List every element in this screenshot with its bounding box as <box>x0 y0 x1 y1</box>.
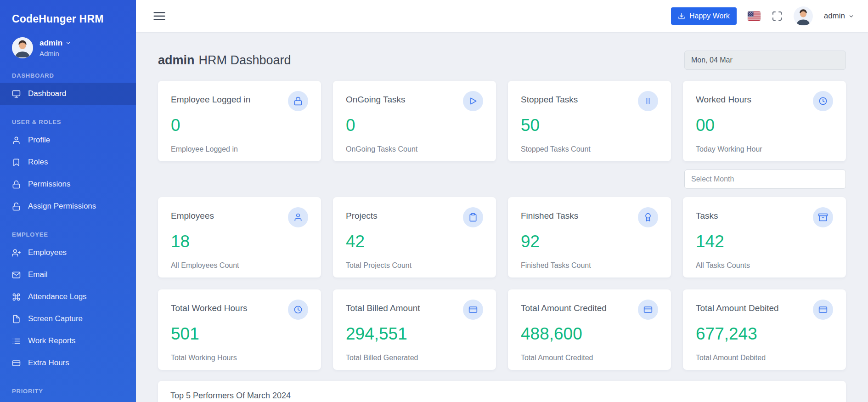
happy-work-button[interactable]: Happy Work <box>671 7 737 25</box>
stat-card-stopped-tasks: Stopped Tasks 50 Stopped Tasks Count <box>508 81 671 161</box>
card-title: Stopped Tasks <box>521 93 578 105</box>
dashboard-content: adminHRM Dashboard Employee Logged in 0 … <box>136 32 868 402</box>
card-subtitle: OnGoing Tasks Count <box>346 145 483 153</box>
card-subtitle: All Employees Count <box>171 261 308 270</box>
download-icon <box>678 12 685 20</box>
sidebar: CodeHunger HRM admin Admin DASHBOARD Das… <box>0 0 136 402</box>
fullscreen-button[interactable] <box>772 11 783 22</box>
card-title: Total Amount Credited <box>521 301 607 313</box>
sidebar-item-permissions[interactable]: Permissions <box>0 173 136 195</box>
credit-card-icon <box>12 359 21 368</box>
date-field[interactable] <box>684 51 846 70</box>
stat-card-ongoing-tasks: OnGoing Tasks 0 OnGoing Tasks Count <box>333 81 496 161</box>
clock-icon <box>288 300 308 320</box>
topbar: Happy Work admin <box>136 0 868 32</box>
command-icon <box>12 293 21 301</box>
maximize-icon <box>772 11 783 22</box>
lock-icon <box>12 180 21 189</box>
sidebar-user-menu[interactable]: admin <box>39 39 71 48</box>
sidebar-item-dashboard[interactable]: Dashboard <box>0 83 136 105</box>
language-flag-us-icon[interactable] <box>748 11 761 21</box>
card-subtitle: Total Projects Count <box>346 261 483 270</box>
award-icon <box>638 207 658 227</box>
top-performers-panel: Top 5 Performers Of March 2024 <box>158 381 846 402</box>
lock-icon <box>288 91 308 111</box>
sidebar-user-role: Admin <box>39 50 71 57</box>
card-title: OnGoing Tasks <box>346 93 406 105</box>
card-subtitle: Employee Logged in <box>171 145 308 153</box>
select-month-input[interactable] <box>684 170 846 189</box>
card-value: 00 <box>696 116 833 135</box>
stat-card-employees: Employees 18 All Employees Count <box>158 197 321 277</box>
card-subtitle: Stopped Tasks Count <box>521 145 658 153</box>
card-title: Employee Logged in <box>171 93 250 105</box>
card-value: 488,600 <box>521 324 658 344</box>
card-subtitle: Total Amount Credited <box>521 354 658 362</box>
card-value: 42 <box>346 232 483 251</box>
card-value: 50 <box>521 116 658 135</box>
avatar[interactable] <box>12 37 33 58</box>
brand-logo[interactable]: CodeHunger HRM <box>0 0 136 25</box>
card-title: Tasks <box>696 209 718 221</box>
app-root: CodeHunger HRM admin Admin DASHBOARD Das… <box>0 0 868 402</box>
stat-card-total-worked-hours: Total Worked Hours 501 Total Working Hou… <box>158 289 321 370</box>
menu-toggle-button[interactable] <box>152 9 166 23</box>
card-title: Total Billed Amount <box>346 301 420 313</box>
credit-card-icon <box>638 300 658 320</box>
topbar-user-name: admin <box>824 11 845 21</box>
clock-icon <box>813 91 833 111</box>
card-title: Worked Hours <box>696 93 751 105</box>
bookmark-icon <box>12 158 21 167</box>
stat-card-projects: Projects 42 Total Projects Count <box>333 197 496 277</box>
unlock-icon <box>12 202 21 211</box>
card-subtitle: Total Amount Debited <box>696 354 833 362</box>
card-value: 0 <box>171 116 308 135</box>
sidebar-item-employees[interactable]: Employees <box>0 242 136 264</box>
card-title: Finished Tasks <box>521 209 578 221</box>
nav-section-priority: PRIORITY <box>0 388 136 395</box>
card-value: 142 <box>696 232 833 251</box>
stat-cards-row-2: Employees 18 All Employees Count Project… <box>158 197 846 277</box>
card-subtitle: Total Working Hours <box>171 354 308 362</box>
card-value: 501 <box>171 324 308 344</box>
card-subtitle: All Tasks Counts <box>696 261 833 270</box>
user-plus-icon <box>12 249 21 257</box>
mail-icon <box>12 271 21 279</box>
sidebar-item-assign-permissions[interactable]: Assign Permissions <box>0 195 136 217</box>
stat-card-total-amount-credited: Total Amount Credited 488,600 Total Amou… <box>508 289 671 370</box>
clipboard-icon <box>463 207 483 227</box>
card-subtitle: Finished Tasks Count <box>521 261 658 270</box>
user-icon <box>12 136 21 145</box>
avatar[interactable] <box>794 6 813 26</box>
stat-card-worked-hours: Worked Hours 00 Today Working Hour <box>683 81 846 161</box>
chevron-down-icon <box>65 40 71 46</box>
top-performers-title: Top 5 Performers Of March 2024 <box>170 391 834 401</box>
sidebar-item-screen-capture[interactable]: Screen Capture <box>0 308 136 330</box>
card-value: 677,243 <box>696 324 833 344</box>
topbar-user-menu[interactable]: admin <box>824 11 854 21</box>
card-subtitle: Total Billed Generated <box>346 354 483 362</box>
sidebar-item-attendance-logs[interactable]: Attendance Logs <box>0 286 136 308</box>
sidebar-item-extra-hours[interactable]: Extra Hours <box>0 352 136 374</box>
sidebar-item-work-reports[interactable]: Work Reports <box>0 330 136 352</box>
credit-card-icon <box>813 300 833 320</box>
card-value: 92 <box>521 232 658 251</box>
credit-card-icon <box>463 300 483 320</box>
sidebar-item-email[interactable]: Email <box>0 264 136 286</box>
card-title: Employees <box>171 209 214 221</box>
chevron-down-icon <box>848 13 854 19</box>
play-icon <box>463 91 483 111</box>
user-icon <box>288 207 308 227</box>
sidebar-item-profile[interactable]: Profile <box>0 129 136 151</box>
stat-card-finished-tasks: Finished Tasks 92 Finished Tasks Count <box>508 197 671 277</box>
nav-section-employee: EMPLOYEE <box>0 231 136 238</box>
sidebar-nav: DASHBOARD Dashboard USER & ROLES Profile… <box>0 72 136 395</box>
stat-card-total-amount-debited: Total Amount Debited 677,243 Total Amoun… <box>683 289 846 370</box>
nav-section-user-roles: USER & ROLES <box>0 119 136 125</box>
card-title: Total Amount Debited <box>696 301 779 313</box>
hamburger-icon <box>152 9 166 23</box>
sidebar-item-roles[interactable]: Roles <box>0 151 136 173</box>
file-icon <box>12 315 21 323</box>
card-subtitle: Today Working Hour <box>696 145 833 153</box>
pause-icon <box>638 91 658 111</box>
